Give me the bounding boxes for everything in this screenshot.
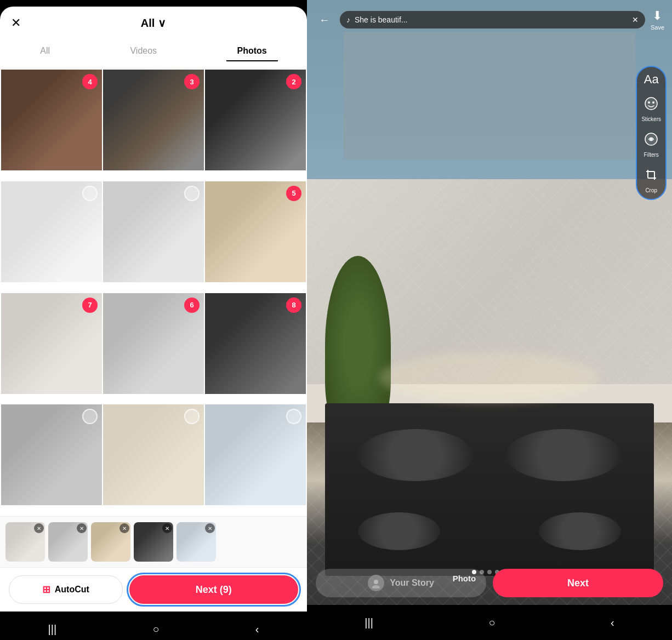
filters-label: Filters <box>644 152 659 158</box>
nav-home-icon[interactable]: ○ <box>152 623 159 636</box>
photo-check-4 <box>82 186 98 201</box>
nav-back-icon[interactable]: ‹ <box>255 623 259 636</box>
tab-videos[interactable]: Videos <box>119 42 168 61</box>
text-tool[interactable]: Aa <box>644 72 659 87</box>
music-title: She is beautif... <box>355 15 628 24</box>
selected-thumb-4[interactable]: ✕ <box>134 522 173 562</box>
right-next-button[interactable]: Next <box>493 569 663 597</box>
svg-point-11 <box>372 585 380 588</box>
photo-check-5 <box>184 186 200 201</box>
crop-tool[interactable]: Crop <box>644 168 658 193</box>
svg-point-10 <box>374 580 378 584</box>
save-label: Save <box>651 24 664 31</box>
music-note-icon: ♪ <box>346 15 350 24</box>
toolbar-group: Aa Stickers <box>636 66 667 200</box>
photo-check-10 <box>82 409 98 424</box>
selected-thumb-3[interactable]: ✕ <box>91 522 130 562</box>
remove-thumb-3[interactable]: ✕ <box>119 523 129 533</box>
svg-point-0 <box>645 98 657 110</box>
selected-thumb-1[interactable]: ✕ <box>5 522 45 562</box>
back-button[interactable]: ← <box>315 10 334 30</box>
crop-label: Crop <box>645 187 657 193</box>
stickers-tool[interactable]: Stickers <box>641 96 661 122</box>
right-nav-back-icon[interactable]: ‹ <box>611 616 614 629</box>
svg-rect-5 <box>648 172 654 178</box>
selected-thumb-2[interactable]: ✕ <box>48 522 88 562</box>
photo-cell-2[interactable]: 3 <box>103 70 204 170</box>
right-nav-home-icon[interactable]: ○ <box>488 616 495 629</box>
photo-cell-12[interactable] <box>205 404 306 505</box>
filters-tool[interactable]: Filters <box>644 132 659 158</box>
left-nav-bar: ||| ○ ‹ <box>0 612 307 640</box>
stickers-icon <box>644 96 658 114</box>
tab-all[interactable]: All <box>29 42 61 61</box>
photo-cell-4[interactable] <box>1 181 102 282</box>
photo-cell-10[interactable] <box>1 404 102 505</box>
photo-cell-1[interactable]: 4 <box>1 70 102 170</box>
svg-point-1 <box>648 101 650 104</box>
photo-check-11 <box>184 409 200 424</box>
photo-badge-8: 6 <box>184 298 200 313</box>
remove-thumb-4[interactable]: ✕ <box>162 523 172 533</box>
photo-badge-2: 3 <box>184 74 200 89</box>
filter-dropdown[interactable]: All ∨ <box>141 16 167 30</box>
photo-cell-9[interactable]: 8 <box>205 293 306 394</box>
photo-check-12 <box>286 409 301 424</box>
right-bottom-actions: Your Story Next <box>307 561 672 605</box>
text-icon: Aa <box>644 72 659 87</box>
autocut-button[interactable]: ⊞ AutoCut <box>9 575 123 604</box>
photo-badge-9: 8 <box>286 298 301 313</box>
autocut-label: AutoCut <box>55 585 89 595</box>
nav-recent-apps-icon[interactable]: ||| <box>48 623 57 636</box>
photo-badge-6: 5 <box>286 186 301 201</box>
stickers-label: Stickers <box>641 116 661 122</box>
story-avatar <box>368 575 384 591</box>
crop-icon <box>644 168 658 185</box>
right-header: ← ♪ She is beautif... ✕ ⬇ Save <box>307 0 672 39</box>
autocut-icon: ⊞ <box>42 584 50 596</box>
svg-point-2 <box>652 101 654 104</box>
photo-cell-6[interactable]: 5 <box>205 181 306 282</box>
music-pill[interactable]: ♪ She is beautif... ✕ <box>340 11 645 28</box>
photo-badge-7: 7 <box>82 298 98 313</box>
download-icon: ⬇ <box>652 9 662 23</box>
photo-cell-5[interactable] <box>103 181 204 282</box>
remove-thumb-5[interactable]: ✕ <box>205 523 215 533</box>
right-nav-recent-apps-icon[interactable]: ||| <box>365 616 373 629</box>
media-tabs: All Videos Photos <box>0 39 307 68</box>
left-header: ✕ All ∨ <box>0 7 307 39</box>
filters-icon <box>644 132 658 150</box>
photo-cell-11[interactable] <box>103 404 204 505</box>
selected-photos-strip: ✕ ✕ ✕ ✕ ✕ <box>0 516 307 567</box>
right-nav-bar: ||| ○ ‹ <box>307 605 672 640</box>
your-story-label: Your Story <box>390 578 434 588</box>
right-panel: ← ♪ She is beautif... ✕ ⬇ Save Aa <box>307 0 672 640</box>
right-toolbar: Aa Stickers <box>636 66 667 200</box>
photo-cell-8[interactable]: 6 <box>103 293 204 394</box>
filter-title: All <box>141 17 155 30</box>
bottom-actions: ⊞ AutoCut Next (9) <box>0 567 307 612</box>
remove-thumb-2[interactable]: ✕ <box>77 523 87 533</box>
remove-thumb-1[interactable]: ✕ <box>34 523 44 533</box>
your-story-button[interactable]: Your Story <box>316 569 486 597</box>
close-button[interactable]: ✕ <box>11 16 21 30</box>
svg-point-4 <box>650 138 653 141</box>
tab-photos[interactable]: Photos <box>226 42 278 61</box>
music-close-icon[interactable]: ✕ <box>632 15 639 24</box>
photo-grid: 4 3 2 5 7 6 8 <box>0 68 307 516</box>
selected-thumb-5[interactable]: ✕ <box>176 522 216 562</box>
photo-badge-1: 4 <box>82 74 98 89</box>
photo-cell-3[interactable]: 2 <box>205 70 306 170</box>
photo-cell-7[interactable]: 7 <box>1 293 102 394</box>
next-button[interactable]: Next (9) <box>129 575 298 604</box>
left-panel: ✕ All ∨ All Videos Photos 4 3 2 5 7 <box>0 7 307 640</box>
main-preview-image <box>307 0 672 640</box>
chevron-down-icon: ∨ <box>158 16 166 30</box>
photo-badge-3: 2 <box>286 74 301 89</box>
save-button[interactable]: ⬇ Save <box>651 9 664 31</box>
